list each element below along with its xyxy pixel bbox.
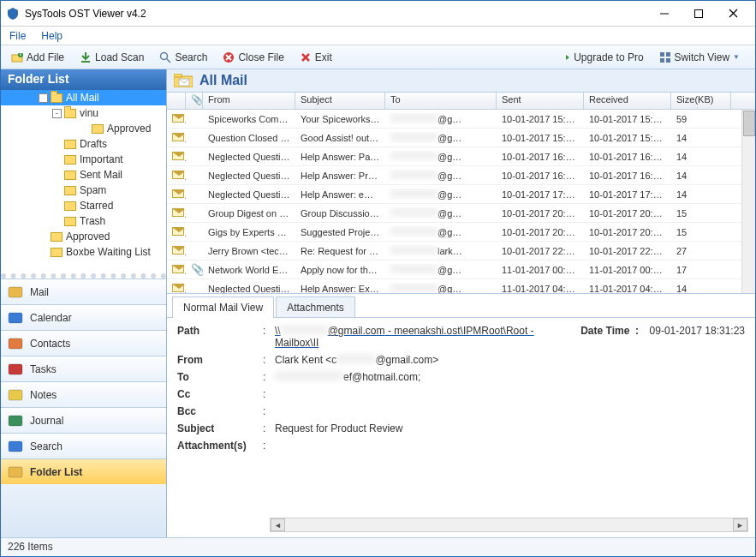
minimize-button[interactable] [647, 3, 682, 24]
nav-item-folder-list[interactable]: Folder List [1, 458, 166, 484]
switch-view-button[interactable]: Switch View ▼ [654, 50, 745, 65]
nav-item-label: Calendar [30, 312, 72, 324]
cell-size: 14 [671, 152, 731, 162]
tree-item[interactable]: Boxbe Waiting List [1, 244, 166, 260]
cell-from: Gigs by Experts E… [203, 227, 295, 237]
tree-item[interactable]: Sent Mail [1, 167, 166, 183]
upgrade-button[interactable]: Upgrade to Pro [553, 50, 648, 65]
cell-icon [167, 133, 186, 143]
tree-item[interactable]: Spam [1, 183, 166, 198]
load-scan-button[interactable]: Load Scan [74, 50, 149, 65]
tree-item[interactable]: -All Mail [1, 90, 166, 105]
cell-recv: 10-01-2017 15:41:… [584, 114, 671, 124]
cell-icon [167, 171, 186, 181]
mail-row[interactable]: Group Digest on …Group Discussio…@g…10-0… [167, 204, 755, 223]
search-icon [8, 440, 23, 453]
cell-to: @g… [385, 264, 497, 275]
maximize-button[interactable] [682, 3, 716, 24]
mail-detail-pane: Path : \\@gmail.com - meenakshi.ost\IPMR… [167, 317, 755, 537]
col-header-subj[interactable]: Subject [295, 93, 385, 109]
mail-row[interactable]: Neglected Questi…Help Answer: em…@g…10-0… [167, 185, 755, 204]
folder-tree[interactable]: -All Mail-vinuApprovedDraftsImportantSen… [1, 90, 166, 278]
cell-sent: 10-01-2017 17:31… [497, 189, 584, 200]
grid-header[interactable]: 📎FromSubjectToSentReceivedSize(KB) [167, 93, 755, 110]
nav-item-label: Folder List [30, 466, 82, 478]
close-file-button[interactable]: Close File [217, 50, 289, 65]
cell-icon [167, 227, 186, 237]
cell-icon [167, 189, 186, 200]
col-header-sent[interactable]: Sent [497, 93, 584, 109]
grid-vertical-scrollbar[interactable] [741, 110, 755, 293]
mail-row[interactable]: Neglected Questi…Help Answer: Exc…@g…11-… [167, 279, 755, 294]
tree-toggle-icon[interactable]: - [39, 93, 48, 103]
folder-icon [64, 140, 76, 149]
cell-to: @g… [385, 189, 497, 200]
nav-item-label: Notes [30, 389, 57, 401]
mail-row[interactable]: Neglected Questi…Help Answer: Pro…@g…10-… [167, 166, 755, 185]
detail-to-value: ef@hotmail.com; [275, 371, 745, 383]
mail-row[interactable]: Gigs by Experts E…Suggested Proje…@g…10-… [167, 223, 755, 242]
detail-attach-value [275, 440, 745, 452]
cell-sent: 10-01-2017 16:31… [497, 171, 584, 181]
detail-cc-label: Cc [177, 388, 263, 400]
detail-from-label: From [177, 354, 263, 366]
add-file-button[interactable]: +Add File [6, 50, 69, 65]
journal-icon [8, 414, 23, 428]
search-button[interactable]: Search [154, 50, 212, 65]
tree-item[interactable]: Important [1, 152, 166, 167]
tree-item[interactable]: Trash [1, 213, 166, 229]
cell-to: @g… [385, 283, 497, 294]
nav-item-tasks[interactable]: Tasks [1, 356, 166, 381]
tab-normal-view[interactable]: Normal Mail View [172, 296, 274, 318]
tree-item-label: Boxbe Waiting List [66, 246, 151, 258]
close-file-icon [223, 51, 235, 63]
col-header-recv[interactable]: Received [584, 93, 671, 109]
folder-list-header: Folder List [1, 69, 166, 90]
svg-rect-26 [9, 467, 22, 477]
tree-item[interactable]: Starred [1, 198, 166, 213]
col-header-attach[interactable]: 📎 [186, 93, 203, 109]
tree-item-label: Sent Mail [80, 169, 122, 181]
svg-rect-1 [695, 9, 703, 17]
switch-view-icon [659, 51, 671, 63]
nav-item-mail[interactable]: Mail [1, 278, 166, 304]
nav-item-contacts[interactable]: Contacts [1, 330, 166, 356]
detail-horizontal-scrollbar[interactable]: ◄► [270, 518, 748, 532]
menu-help[interactable]: Help [41, 30, 63, 42]
mail-row[interactable]: Spiceworks Com…Your Spiceworks …@g…10-01… [167, 110, 755, 129]
tab-attachments[interactable]: Attachments [276, 296, 355, 318]
tree-toggle-icon[interactable]: - [52, 109, 62, 118]
menu-file[interactable]: File [9, 30, 26, 42]
close-button[interactable] [716, 3, 750, 24]
nav-item-notes[interactable]: Notes [1, 381, 166, 407]
mail-row[interactable]: Question Closed …Good Assist! outl…@g…10… [167, 129, 755, 147]
window-title: SysTools OST Viewer v4.2 [25, 8, 647, 20]
mail-row[interactable]: Jerry Brown <tec…Re: Request for …lark…1… [167, 242, 755, 261]
nav-item-journal[interactable]: Journal [1, 407, 166, 433]
mail-row[interactable]: Neglected Questi…Help Answer: Par…@g…10-… [167, 147, 755, 166]
svg-rect-25 [9, 441, 22, 452]
search-icon [159, 51, 171, 63]
col-header-icon[interactable] [167, 93, 186, 109]
exit-button[interactable]: Exit [295, 50, 337, 65]
nav-item-search[interactable]: Search [1, 433, 166, 458]
mail-row[interactable]: 📎Network World E…Apply now for th…@g…11-… [167, 261, 755, 279]
grid-body[interactable]: Spiceworks Com…Your Spiceworks …@g…10-01… [167, 110, 755, 294]
tree-item[interactable]: -vinu [1, 105, 166, 121]
col-header-size[interactable]: Size(KB) [671, 93, 731, 109]
folder-icon [64, 171, 76, 180]
right-pane: All Mail 📎FromSubjectToSentReceivedSize(… [167, 69, 755, 537]
cell-icon [167, 246, 186, 256]
tree-item[interactable]: Approved [1, 121, 166, 136]
tree-item[interactable]: Drafts [1, 136, 166, 152]
content-title: All Mail [199, 73, 247, 88]
col-header-to[interactable]: To [385, 93, 497, 109]
tree-item[interactable]: Approved [1, 229, 166, 244]
status-bar: 226 Items [1, 537, 755, 556]
detail-path-value: \\@gmail.com - meenakshi.ost\IPMRoot\Roo… [275, 325, 580, 349]
cell-sent: 10-01-2017 20:01… [497, 208, 584, 219]
col-header-from[interactable]: From [203, 93, 295, 109]
folder-icon [92, 124, 104, 134]
cell-to: @g… [385, 207, 497, 219]
nav-item-calendar[interactable]: Calendar [1, 304, 166, 330]
